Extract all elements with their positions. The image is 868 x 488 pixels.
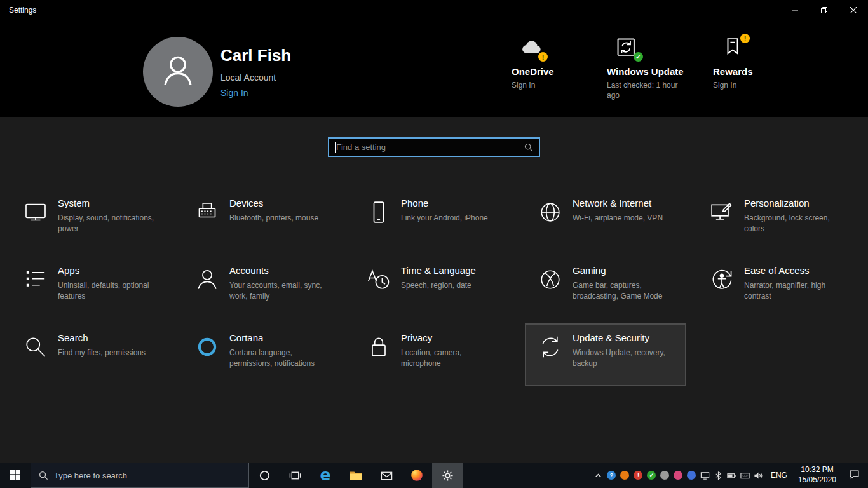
settings-icon <box>442 470 454 482</box>
settings-tile-accounts[interactable]: AccountsYour accounts, email, sync, work… <box>182 256 343 319</box>
tray-status-orange-icon[interactable] <box>618 463 632 488</box>
status-title: Rewards <box>713 66 808 77</box>
ease-of-access-icon <box>709 267 735 292</box>
start-button[interactable] <box>0 463 31 488</box>
tray-status-pink-glyph <box>674 471 682 480</box>
close-icon <box>850 6 857 15</box>
taskbar-task-view-button[interactable] <box>280 463 310 488</box>
warning-badge-icon: ! <box>538 52 548 62</box>
tray-keyboard-icon[interactable] <box>738 463 752 488</box>
tray-help-icon[interactable]: ? <box>605 463 618 488</box>
settings-tile-system[interactable]: SystemDisplay, sound, notifications, pow… <box>10 189 172 252</box>
status-subtitle: Sign In <box>713 80 788 90</box>
tile-title: Apps <box>58 265 159 276</box>
taskbar-settings-button[interactable] <box>432 463 463 488</box>
titlebar: Settings <box>0 0 868 20</box>
settings-tile-privacy[interactable]: PrivacyLocation, camera, microphone <box>353 323 515 386</box>
taskbar-search[interactable]: Type here to search <box>31 463 249 488</box>
phone-icon <box>366 200 391 225</box>
network-icon <box>538 200 563 225</box>
language-indicator[interactable]: ENG <box>765 471 793 480</box>
settings-tile-cortana[interactable]: CortanaCortana language, permissions, no… <box>182 323 343 386</box>
tray-antivirus-ok-glyph: ✓ <box>647 471 656 480</box>
settings-tile-time-language[interactable]: Time & LanguageSpeech, region, date <box>353 256 515 319</box>
warning-badge-icon: ! <box>740 34 750 43</box>
tray-status-gray-glyph <box>660 471 669 480</box>
tile-subtitle: Speech, region, date <box>401 280 476 291</box>
taskbar-mail-button[interactable] <box>371 463 402 488</box>
user-block: Carl Fish Local Account Sign In <box>220 46 291 98</box>
taskbar-cortana-button[interactable] <box>249 463 280 488</box>
settings-tile-search[interactable]: SearchFind my files, permissions <box>10 323 172 386</box>
settings-tile-phone[interactable]: PhoneLink your Android, iPhone <box>353 189 515 252</box>
tray-status-pink-icon[interactable] <box>672 463 685 488</box>
tray-antivirus-ok-icon[interactable]: ✓ <box>645 463 658 488</box>
minimize-icon <box>792 6 798 15</box>
tray-status-blue-icon[interactable] <box>685 463 698 488</box>
tile-text: PhoneLink your Android, iPhone <box>401 198 488 224</box>
tray-icons: ?!✓ <box>592 463 765 488</box>
settings-tile-apps[interactable]: AppsUninstall, defaults, optional featur… <box>10 256 172 319</box>
tray-status-blue-glyph <box>687 471 696 480</box>
find-setting-input[interactable] <box>329 142 524 152</box>
windows-logo-icon <box>10 470 20 482</box>
tile-text: CortanaCortana language, permissions, no… <box>229 332 330 369</box>
status-item-onedrive[interactable]: !OneDriveSign In <box>512 36 607 90</box>
taskbar: Type here to search e ?!✓ ENG 10:32 PM 1… <box>0 463 868 488</box>
tile-subtitle: Narrator, magnifier, high contrast <box>744 280 845 302</box>
settings-tile-gaming[interactable]: GamingGame bar, captures, broadcasting, … <box>525 256 686 319</box>
settings-tile-update-security[interactable]: Update & SecurityWindows Update, recover… <box>525 323 686 386</box>
status-item-rewards[interactable]: !RewardsSign In <box>713 36 808 90</box>
action-center-icon <box>849 469 860 482</box>
close-button[interactable] <box>839 0 868 20</box>
rewards-icon: ! <box>721 36 746 62</box>
gaming-icon <box>538 267 563 292</box>
search-icon <box>524 143 539 152</box>
avatar[interactable] <box>143 37 213 107</box>
tile-text: PrivacyLocation, camera, microphone <box>401 332 502 369</box>
tile-text: Time & LanguageSpeech, region, date <box>401 265 476 291</box>
settings-tile-network[interactable]: Network & InternetWi-Fi, airplane mode, … <box>525 189 686 252</box>
taskbar-firefox-button[interactable] <box>402 463 432 488</box>
maximize-restore-button[interactable] <box>810 0 839 20</box>
tile-subtitle: Bluetooth, printers, mouse <box>229 213 318 224</box>
tray-help-glyph: ? <box>607 471 616 480</box>
tray-battery-icon[interactable] <box>725 463 738 488</box>
apps-icon <box>23 267 48 292</box>
search-icon <box>23 334 48 360</box>
sign-in-link[interactable]: Sign In <box>220 88 248 98</box>
system-tray: ?!✓ ENG 10:32 PM 15/05/2020 <box>592 463 868 488</box>
find-setting-searchbox[interactable] <box>328 137 540 157</box>
account-type-label: Local Account <box>220 72 291 83</box>
taskbar-clock[interactable]: 10:32 PM 15/05/2020 <box>793 465 841 485</box>
task-view-icon <box>289 470 301 482</box>
tray-bluetooth-icon[interactable] <box>712 463 725 488</box>
taskbar-edge-button[interactable]: e <box>310 463 341 488</box>
tile-text: GamingGame bar, captures, broadcasting, … <box>573 265 674 302</box>
tile-title: System <box>58 198 159 208</box>
settings-tile-personalization[interactable]: PersonalizationBackground, lock screen, … <box>696 189 858 252</box>
tile-title: Gaming <box>573 265 674 276</box>
tray-display-icon[interactable] <box>698 463 712 488</box>
onedrive-icon: ! <box>519 36 545 62</box>
tile-title: Accounts <box>229 265 330 276</box>
status-item-windows-update[interactable]: ✓Windows UpdateLast checked: 1 hour ago <box>607 36 702 100</box>
tile-subtitle: Find my files, permissions <box>58 348 146 358</box>
tile-subtitle: Location, camera, microphone <box>401 348 502 369</box>
settings-tile-ease-of-access[interactable]: Ease of AccessNarrator, magnifier, high … <box>696 256 858 319</box>
tile-title: Privacy <box>401 332 502 343</box>
tray-status-gray-icon[interactable] <box>658 463 672 488</box>
tile-title: Ease of Access <box>744 265 845 276</box>
taskbar-apps: e <box>249 463 463 488</box>
hidden-icons-chevron-icon[interactable] <box>592 463 605 488</box>
tray-volume-icon[interactable] <box>752 463 765 488</box>
text-caret <box>335 142 336 153</box>
file-explorer-icon <box>349 469 362 482</box>
tray-status-red-icon[interactable]: ! <box>632 463 645 488</box>
taskbar-file-explorer-button[interactable] <box>341 463 371 488</box>
settings-tile-devices[interactable]: DevicesBluetooth, printers, mouse <box>182 189 343 252</box>
tile-title: Update & Security <box>573 332 674 343</box>
action-center-button[interactable] <box>841 469 867 482</box>
minimize-button[interactable] <box>780 0 810 20</box>
tile-title: Network & Internet <box>573 198 663 208</box>
